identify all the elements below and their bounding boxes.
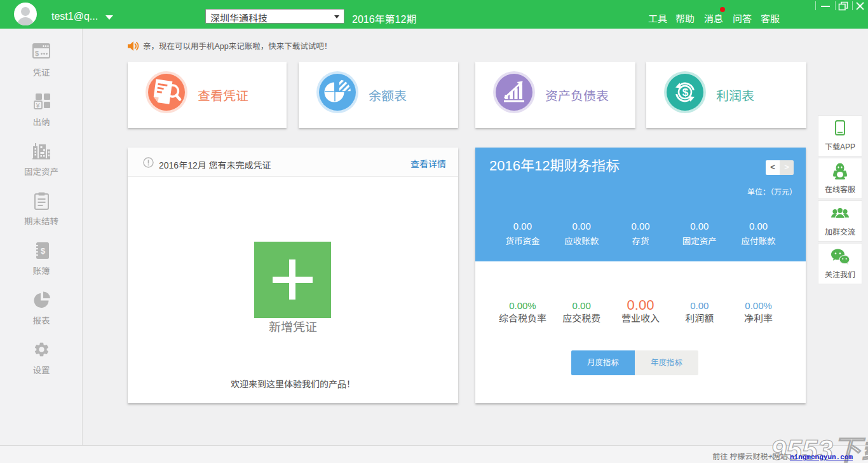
svg-text:$: $	[682, 86, 689, 99]
svg-text:$: $	[41, 246, 46, 256]
svg-text:¥: ¥	[35, 102, 40, 109]
svg-text:$: $	[35, 50, 39, 57]
